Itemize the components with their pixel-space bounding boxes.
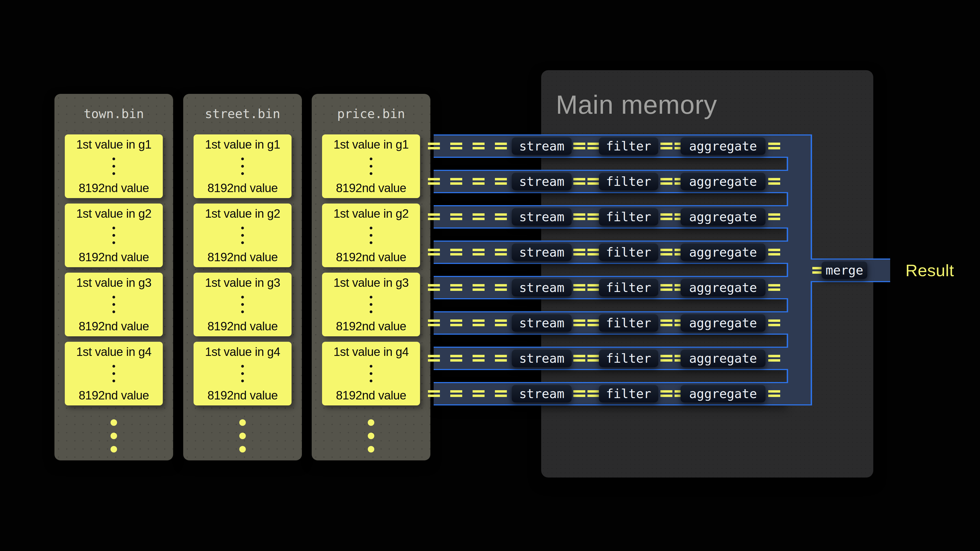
aggregate-stage-box: aggregate xyxy=(681,349,765,367)
diagram-stage: Main memory town.bin 1st value in g1 819… xyxy=(0,0,980,551)
value-group-block: 1st value in g2 8192nd value xyxy=(65,203,163,267)
vertical-dots-icon xyxy=(370,365,372,382)
flow-equals-icon xyxy=(768,213,780,220)
vertical-dots-icon xyxy=(241,296,244,313)
flow-equals-icon xyxy=(450,390,462,397)
flow-equals-icon xyxy=(450,284,462,291)
flow-equals-icon xyxy=(587,143,600,149)
channel-top-border xyxy=(787,134,812,135)
aggregate-stage-box: aggregate xyxy=(681,385,765,402)
channel-left-border-segment xyxy=(787,192,788,206)
value-group-block: 1st value in g2 8192nd value xyxy=(322,203,420,267)
channel-right-border-lower xyxy=(811,281,812,405)
flow-equals-icon xyxy=(660,143,672,149)
stream-stage-box: stream xyxy=(512,314,572,332)
file-card: town.bin 1st value in g1 8192nd value 1s… xyxy=(54,94,173,460)
flow-equals-icon xyxy=(428,319,440,326)
flow-equals-icon xyxy=(768,390,780,397)
flow-equals-icon xyxy=(768,355,780,362)
flow-equals-icon xyxy=(573,213,585,220)
flow-equals-icon xyxy=(660,355,672,362)
channel-right-border-upper xyxy=(811,134,812,259)
channel-left-border-segment xyxy=(787,157,788,171)
collector-channel xyxy=(787,134,811,405)
merge-band: merge xyxy=(811,259,890,282)
aggregate-stage-box: aggregate xyxy=(681,243,765,261)
flow-equals-icon xyxy=(428,355,440,362)
flow-equals-icon xyxy=(473,143,485,149)
flow-equals-icon xyxy=(587,355,600,362)
aggregate-stage-box: aggregate xyxy=(681,279,765,296)
group-last-value-label: 8192nd value xyxy=(336,319,406,333)
flow-equals-icon xyxy=(573,143,585,149)
flow-equals-icon xyxy=(573,319,585,326)
flow-equals-icon xyxy=(660,178,672,185)
group-first-value-label: 1st value in g3 xyxy=(334,276,409,289)
flow-equals-icon xyxy=(473,390,485,397)
flow-equals-icon xyxy=(428,390,440,397)
value-group-block: 1st value in g1 8192nd value xyxy=(322,134,420,198)
flow-equals-icon xyxy=(768,319,780,326)
flow-equals-icon xyxy=(587,249,600,256)
flow-equals-icon xyxy=(660,390,672,397)
vertical-dots-icon xyxy=(183,419,302,453)
aggregate-stage-box: aggregate xyxy=(681,314,765,332)
value-group-block: 1st value in g2 8192nd value xyxy=(194,203,291,267)
filter-stage-box: filter xyxy=(599,349,658,367)
filter-stage-box: filter xyxy=(599,137,658,155)
channel-bottom-border xyxy=(787,404,812,405)
flow-equals-icon xyxy=(573,284,585,291)
flow-equals-icon xyxy=(587,319,600,326)
flow-equals-icon xyxy=(768,143,780,149)
flow-equals-icon xyxy=(573,249,585,256)
group-first-value-label: 1st value in g2 xyxy=(76,207,151,221)
pipeline-row: stream filter aggregate xyxy=(434,170,787,193)
pipeline-row: stream filter aggregate xyxy=(434,205,787,229)
group-first-value-label: 1st value in g1 xyxy=(334,138,409,151)
flow-equals-icon xyxy=(450,355,462,362)
file-card: price.bin 1st value in g1 8192nd value 1… xyxy=(312,94,430,460)
stream-stage-box: stream xyxy=(512,385,572,402)
pipeline-row: stream filter aggregate xyxy=(434,276,787,299)
pipeline-row: stream filter aggregate xyxy=(434,134,787,158)
group-first-value-label: 1st value in g3 xyxy=(205,276,280,289)
group-last-value-label: 8192nd value xyxy=(79,250,149,264)
group-first-value-label: 1st value in g4 xyxy=(205,345,280,359)
group-first-value-label: 1st value in g4 xyxy=(334,345,409,359)
flow-equals-icon xyxy=(660,319,672,326)
flow-equals-icon xyxy=(587,284,600,291)
flow-equals-icon xyxy=(450,249,462,256)
flow-equals-icon xyxy=(428,284,440,291)
stream-stage-box: stream xyxy=(512,349,572,367)
group-last-value-label: 8192nd value xyxy=(336,389,406,402)
flow-equals-icon xyxy=(587,213,600,220)
vertical-dots-icon xyxy=(113,157,115,175)
pipeline-row: stream filter aggregate xyxy=(434,347,787,370)
flow-equals-icon xyxy=(587,178,600,185)
channel-left-border-segment xyxy=(787,333,788,348)
group-first-value-label: 1st value in g4 xyxy=(76,345,151,359)
filter-stage-box: filter xyxy=(599,279,658,296)
group-last-value-label: 8192nd value xyxy=(79,181,149,195)
flow-equals-icon xyxy=(768,284,780,291)
channel-left-border-segment xyxy=(787,298,788,312)
flow-equals-icon xyxy=(473,178,485,185)
aggregate-stage-box: aggregate xyxy=(681,208,765,225)
pipeline-row: stream filter aggregate xyxy=(434,241,787,264)
filter-stage-box: filter xyxy=(599,314,658,332)
filter-stage-box: filter xyxy=(599,208,658,225)
flow-equals-icon xyxy=(768,249,780,256)
group-last-value-label: 8192nd value xyxy=(207,181,278,195)
group-first-value-label: 1st value in g1 xyxy=(205,138,280,151)
vertical-dots-icon xyxy=(113,365,115,382)
value-group-block: 1st value in g1 8192nd value xyxy=(194,134,291,198)
file-card: street.bin 1st value in g1 8192nd value … xyxy=(183,94,302,460)
file-card-title: town.bin xyxy=(54,106,173,121)
stream-stage-box: stream xyxy=(512,173,572,190)
flow-equals-icon xyxy=(450,319,462,326)
flow-equals-icon xyxy=(473,249,485,256)
group-first-value-label: 1st value in g2 xyxy=(205,207,280,221)
aggregate-stage-box: aggregate xyxy=(681,137,765,155)
vertical-dots-icon xyxy=(54,419,173,453)
flow-equals-icon xyxy=(587,390,600,397)
